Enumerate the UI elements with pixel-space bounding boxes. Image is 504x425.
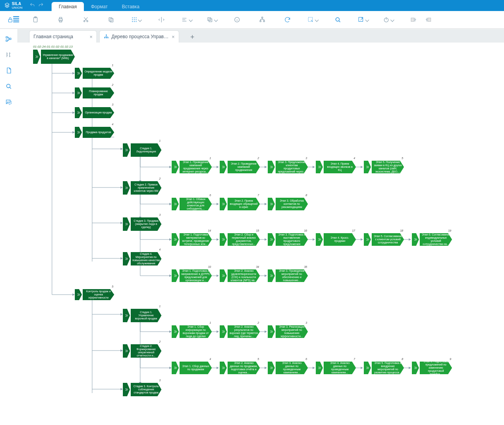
node-number: 35 xyxy=(304,265,307,268)
paste-icon[interactable] xyxy=(30,14,41,25)
rail-settings-icon[interactable] xyxy=(4,50,13,59)
svg-rect-37 xyxy=(106,37,107,38)
process-node[interactable]: Стадия 2. Прямое привлечение клиентов че… xyxy=(123,181,161,195)
process-node[interactable]: Этап 4. Анализ данных по проведенным кам… xyxy=(316,362,356,374)
process-node[interactable]: Этап 1. Подготовка и направление в ДУРРС… xyxy=(172,269,212,282)
node-label: Стадия 1. Лидогенерация xyxy=(131,143,161,157)
process-node[interactable]: Этап 3. Проведение мероприятий по обеспе… xyxy=(268,269,308,282)
process-node[interactable]: Планирование продаж2 xyxy=(75,87,114,98)
svg-marker-73 xyxy=(217,330,219,333)
node-number: 19 xyxy=(448,229,451,232)
rail-document-icon[interactable] xyxy=(4,66,13,75)
process-node[interactable]: Стадия 1. Лидогенерация1 xyxy=(123,143,161,157)
redo-button[interactable] xyxy=(38,2,44,9)
node-label: Этап 2. Сбор и первичный анализ документ… xyxy=(228,233,260,246)
select-icon[interactable] xyxy=(307,14,318,25)
node-number: 34 xyxy=(256,265,259,268)
node-number: 14 xyxy=(208,229,211,232)
diagram-canvas[interactable]: 01-02-24-01-01-02-01.02.13 xyxy=(17,43,504,425)
svg-marker-61 xyxy=(265,166,267,168)
node-label: Этап 6. Подготовка предложений по измене… xyxy=(420,362,452,374)
undo-button[interactable] xyxy=(30,2,35,9)
close-icon[interactable]: × xyxy=(172,34,175,39)
process-node[interactable]: Этап 2. Анализ результатов по воронке (г… xyxy=(220,325,260,338)
process-node[interactable]: Этап 1. Сбор информации по воронкам прод… xyxy=(172,325,212,338)
node-number: 5 xyxy=(402,157,403,160)
process-node[interactable]: Этап 5. Согласование с клиентом условий … xyxy=(364,233,404,246)
process-node[interactable]: Этап 6. Согласование индивидуальных усло… xyxy=(412,233,452,246)
node-number: 7 xyxy=(258,194,259,197)
process-node[interactable]: Этап 6. Подготовка предложений по измене… xyxy=(412,362,452,374)
process-node[interactable]: Этап 3. Подготовка и выставление продукт… xyxy=(268,233,308,246)
external-link-icon[interactable] xyxy=(358,14,369,25)
process-node[interactable]: Этап 1. Сбор данных по продажам4 xyxy=(172,362,212,374)
doctab-process-tree[interactable]: Дерево процесса Управ… × xyxy=(99,30,179,43)
tree-icon[interactable] xyxy=(257,14,268,25)
print-icon[interactable] xyxy=(55,14,66,25)
refresh-icon[interactable] xyxy=(282,14,293,25)
node-number: 5 xyxy=(258,358,259,360)
menu-tab-insert[interactable]: Вставка xyxy=(115,2,147,11)
rail-chat-icon[interactable] xyxy=(4,98,13,106)
svg-point-15 xyxy=(136,19,137,20)
process-node[interactable]: Стадия 3. Продажа (закрытие лида в сделк… xyxy=(123,217,161,231)
power-icon[interactable] xyxy=(383,14,394,25)
copy-icon[interactable] xyxy=(106,14,117,25)
process-node[interactable]: Этап 2. Анализ удовлетворенности (CSI) и… xyxy=(220,269,260,282)
process-node[interactable]: Определение модели продаж1 xyxy=(75,68,114,79)
process-node[interactable]: Организация продаж3 xyxy=(75,107,114,118)
layers-icon[interactable] xyxy=(206,14,217,25)
process-node[interactable]: Стадия 2. Формирование оперативной отчет… xyxy=(123,344,161,358)
node-number: 1 xyxy=(112,64,113,67)
process-node[interactable]: Контроль продаж и оценка эффективности5 xyxy=(75,289,114,300)
process-node[interactable]: Этап 2. Проведение кампаний продвижения2 xyxy=(220,161,260,173)
process-node-root[interactable]: Управление продажами в каналах* (МКБ) xyxy=(33,50,75,64)
menu-tab-format[interactable]: Формат xyxy=(84,2,115,11)
process-node[interactable]: Этап 3. Предложение клиентам продуктовых… xyxy=(268,161,308,173)
process-node[interactable]: Этап 3. Обработка контактов по рекоменда… xyxy=(268,198,308,210)
doctab-label: Дерево процесса Управ… xyxy=(111,34,169,39)
node-number: 33 xyxy=(208,265,211,268)
bars-icon[interactable] xyxy=(181,14,192,25)
node-label: Этап 3. Реализация мероприятий по повыше… xyxy=(276,325,308,338)
toolbar xyxy=(0,11,504,29)
rail-tree-icon[interactable] xyxy=(4,35,13,43)
process-node[interactable]: Этап 4. Кросс-продажи17 xyxy=(316,233,356,246)
process-node[interactable]: Этап 2. Анализ данных по продажам, подго… xyxy=(220,362,260,374)
process-node[interactable]: Этап 2. Прием входящих обращений в офис7 xyxy=(220,198,260,210)
close-icon[interactable]: × xyxy=(89,34,93,39)
rail-search-icon[interactable] xyxy=(4,82,13,91)
process-node[interactable]: Этап 1. Обзвон действующих клиентов для … xyxy=(172,198,212,210)
process-node[interactable]: Этап 2. Сбор и первичный анализ документ… xyxy=(220,233,260,246)
process-node[interactable]: Этап 5. Получение заявки в КЦ из других … xyxy=(364,161,404,173)
snap-left-icon[interactable] xyxy=(408,14,419,25)
svg-marker-62 xyxy=(313,166,315,168)
process-node[interactable]: Стадия 3. Контроль соблюдения стандартов… xyxy=(123,383,161,396)
grid-icon[interactable] xyxy=(131,14,142,25)
svg-rect-4 xyxy=(59,17,62,19)
process-node[interactable]: Стадия 4. Мероприятия по повышению качес… xyxy=(123,252,161,265)
lock-icon[interactable] xyxy=(5,14,16,25)
process-node[interactable]: Стадия 1. Управление воронкой продаж1 xyxy=(123,309,161,322)
node-label: Контроль продаж и оценка эффективности xyxy=(83,289,114,300)
process-node[interactable]: Продажа продуктов4 xyxy=(75,127,114,138)
align-center-h-icon[interactable] xyxy=(156,14,167,25)
menu-tab-main[interactable]: Главная xyxy=(52,2,84,11)
process-node[interactable]: Этап 5. Подготовка и внедрение мероприят… xyxy=(364,362,404,374)
process-node[interactable]: Этап 1. Подготовка материалов ко встрече… xyxy=(172,233,212,246)
process-node[interactable]: Этап 3. Реализация мероприятий по повыше… xyxy=(268,325,308,338)
process-node[interactable]: Этап 4. Прием входящих звонков в КЦ4 xyxy=(316,161,356,173)
doctab-home[interactable]: Главная страница × xyxy=(29,30,97,43)
node-number: 1 xyxy=(209,321,211,324)
cut-icon[interactable] xyxy=(80,14,91,25)
search-icon[interactable] xyxy=(332,14,343,25)
process-node[interactable]: Этап 1. Проведение кампаний продвижения … xyxy=(172,161,212,173)
svg-marker-76 xyxy=(265,367,267,369)
new-tab-button[interactable]: + xyxy=(187,32,198,43)
process-node[interactable]: Этап 3. Анализ данных по проведенным кам… xyxy=(268,362,308,374)
svg-rect-23 xyxy=(260,20,261,22)
node-number: 17 xyxy=(352,229,355,232)
node-label: Этап 2. Анализ результатов по воронке (г… xyxy=(228,325,260,338)
info-icon[interactable] xyxy=(232,14,243,25)
snap-right-icon[interactable] xyxy=(423,14,434,25)
